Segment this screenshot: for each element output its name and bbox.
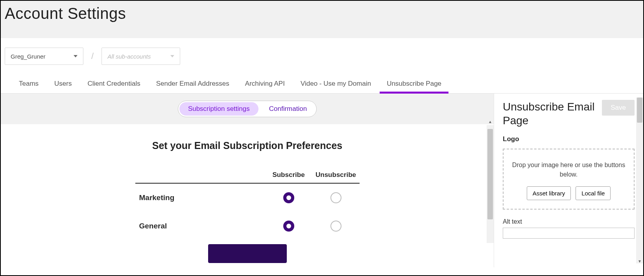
row-label: General xyxy=(135,222,265,230)
scroll-thumb[interactable] xyxy=(637,98,642,123)
left-pane: Subscription settings Confirmation Set y… xyxy=(1,94,494,267)
unsubscribe-radio[interactable] xyxy=(330,221,341,232)
preferences-table: Subscribe Unsubscribe MarketingGeneral xyxy=(135,171,360,240)
column-subscribe: Subscribe xyxy=(265,171,312,179)
submit-button[interactable] xyxy=(208,244,287,263)
subscribe-radio[interactable] xyxy=(283,192,294,203)
breadcrumb-separator: / xyxy=(91,51,94,61)
local-file-button[interactable]: Local file xyxy=(576,186,611,200)
preview-heading: Set your Email Subscription Preferences xyxy=(1,140,494,151)
asset-library-button[interactable]: Asset library xyxy=(527,186,571,200)
side-panel: Unsubscribe Email Page Save Logo Drop yo… xyxy=(494,94,643,267)
account-dropdown[interactable]: Greg_Gruner xyxy=(5,48,83,65)
alt-text-input[interactable] xyxy=(503,228,635,239)
tab-teams[interactable]: Teams xyxy=(19,76,39,93)
tab-unsubscribe-page[interactable]: Unsubscribe Page xyxy=(387,76,441,93)
subaccount-dropdown[interactable]: All sub-accounts xyxy=(101,48,180,65)
tab-sender-email-addresses[interactable]: Sender Email Addresses xyxy=(156,76,229,93)
scroll-thumb[interactable] xyxy=(487,129,493,219)
caret-down-icon xyxy=(170,55,174,57)
save-button[interactable]: Save xyxy=(602,100,635,116)
segmented-control: Subscription settings Confirmation xyxy=(178,101,317,117)
tab-users[interactable]: Users xyxy=(54,76,72,93)
logo-dropzone[interactable]: Drop your image here or use the buttons … xyxy=(503,149,635,210)
logo-section-label: Logo xyxy=(503,135,635,143)
scroll-up-icon: ▲ xyxy=(487,120,494,124)
scroll-down-icon: ▼ xyxy=(636,259,643,263)
subscribe-radio[interactable] xyxy=(283,221,294,232)
left-scrollbar[interactable]: ▲ xyxy=(487,125,494,243)
subscribe-cell xyxy=(265,192,312,203)
caret-down-icon xyxy=(74,55,78,57)
side-panel-title: Unsubscribe Email Page xyxy=(503,100,597,127)
right-scrollbar[interactable]: ▼ xyxy=(636,98,643,263)
subaccount-dropdown-placeholder: All sub-accounts xyxy=(107,53,151,60)
segmented-wrap: Subscription settings Confirmation xyxy=(1,94,494,124)
table-row: Marketing xyxy=(135,184,360,212)
tabs: TeamsUsersClient CredentialsSender Email… xyxy=(1,72,643,94)
row-label: Marketing xyxy=(135,193,265,202)
table-row: General xyxy=(135,212,360,240)
account-dropdown-value: Greg_Gruner xyxy=(11,53,45,60)
page-title: Account Settings xyxy=(5,5,639,22)
segment-subscription-settings[interactable]: Subscription settings xyxy=(179,102,258,116)
subscribe-cell xyxy=(265,221,312,232)
segment-confirmation[interactable]: Confirmation xyxy=(260,101,316,117)
column-unsubscribe: Unsubscribe xyxy=(312,171,360,179)
tab-archiving-api[interactable]: Archiving API xyxy=(245,76,285,93)
unsubscribe-cell xyxy=(312,221,360,232)
tab-client-credentials[interactable]: Client Credentials xyxy=(87,76,140,93)
account-selector-row: Greg_Gruner / All sub-accounts xyxy=(1,38,643,72)
preferences-table-header: Subscribe Unsubscribe xyxy=(135,171,360,184)
header-bar: Account Settings xyxy=(1,1,643,38)
unsubscribe-cell xyxy=(312,192,360,203)
tab-video-use-my-domain[interactable]: Video - Use my Domain xyxy=(301,76,371,93)
unsubscribe-radio[interactable] xyxy=(330,192,341,203)
preview-area: Set your Email Subscription Preferences … xyxy=(1,124,494,266)
alt-text-label: Alt text xyxy=(503,218,635,225)
dropzone-hint: Drop your image here or use the buttons … xyxy=(511,160,626,179)
